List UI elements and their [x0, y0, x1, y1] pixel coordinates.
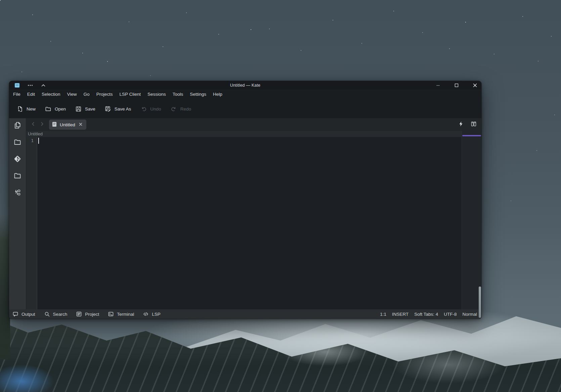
stars — [0, 0, 1, 1]
redo-button: Redo — [167, 103, 195, 115]
menu-help[interactable]: Help — [210, 89, 226, 99]
terminal-icon — [108, 311, 114, 317]
window-controls — [435, 82, 481, 88]
status-cursor-position[interactable]: 1:1 — [380, 312, 386, 317]
sidebar-item-documents[interactable] — [12, 120, 23, 132]
kate-window: Untitled — Kate File Edit Selection View… — [9, 81, 481, 319]
save-button[interactable]: Save — [72, 103, 99, 115]
save-button-label: Save — [85, 106, 95, 112]
lsp-toggle-button[interactable]: LSP — [143, 311, 161, 317]
save-as-icon — [105, 106, 111, 112]
search-toggle-button[interactable]: Search — [44, 311, 68, 317]
text-cursor — [38, 138, 39, 144]
tab-untitled[interactable]: Untitled — [49, 120, 86, 130]
overflow-menu-icon[interactable] — [27, 82, 33, 88]
text-area[interactable] — [37, 137, 462, 309]
document-icon — [52, 122, 57, 128]
folder-icon — [13, 138, 21, 147]
menu-sessions[interactable]: Sessions — [144, 89, 169, 99]
project-label: Project — [85, 312, 99, 317]
tab-bar: Untitled — [26, 118, 481, 131]
tab-bar-right-group — [458, 121, 481, 128]
undo-button: Undo — [137, 103, 165, 115]
scrollbar-position-indicator[interactable] — [462, 135, 481, 136]
output-toggle-button[interactable]: Output — [12, 311, 35, 317]
status-input-mode[interactable]: INSERT — [392, 312, 408, 317]
save-as-button[interactable]: Save As — [101, 103, 135, 115]
chevron-left-icon — [31, 121, 36, 128]
document-name-header: Untitled — [26, 131, 462, 137]
editor-body: 1 — [26, 137, 462, 309]
terminal-toggle-button[interactable]: Terminal — [108, 311, 134, 317]
menu-lsp-client[interactable]: LSP Client — [116, 89, 144, 99]
tab-label: Untitled — [60, 122, 75, 127]
status-bar-right-group: 1:1 INSERT Soft Tabs: 4 UTF-8 Normal — [380, 312, 477, 317]
content-area: Untitled Untitled — [26, 118, 481, 309]
tab-scroll-left-button[interactable] — [29, 120, 38, 130]
chevron-up-icon[interactable] — [40, 82, 46, 88]
save-icon — [75, 106, 82, 112]
chevron-right-icon — [39, 121, 45, 128]
tab-scroll-right-button[interactable] — [38, 120, 46, 130]
editor: Untitled 1 — [26, 131, 481, 309]
folder-icon — [13, 172, 21, 181]
toolbar: New Open Save Save As Undo — [9, 99, 481, 118]
minimize-button[interactable] — [435, 82, 441, 88]
editor-left: Untitled 1 — [26, 131, 462, 309]
code-icon — [143, 311, 149, 317]
split-view-icon — [471, 122, 477, 128]
status-bar: Output Search Project Terminal LSP 1:1 I… — [9, 309, 481, 319]
output-label: Output — [21, 312, 35, 317]
right-edge-scrollbar-thumb[interactable] — [479, 287, 481, 318]
menu-tools[interactable]: Tools — [169, 89, 187, 99]
new-button-label: New — [27, 106, 36, 112]
sidebar — [9, 118, 26, 309]
new-button[interactable]: New — [13, 103, 39, 115]
scrollbar-minimap[interactable] — [462, 131, 481, 309]
lightning-icon — [458, 122, 464, 128]
menu-view[interactable]: View — [64, 89, 80, 99]
main-area: Untitled Untitled — [9, 118, 481, 309]
status-highlight-mode[interactable]: Normal — [462, 312, 477, 317]
search-label: Search — [53, 312, 68, 317]
open-folder-icon — [45, 106, 51, 112]
sidebar-item-filesystem[interactable] — [12, 137, 23, 148]
sidebar-item-git[interactable] — [12, 154, 23, 165]
menu-projects[interactable]: Projects — [93, 89, 116, 99]
menu-edit[interactable]: Edit — [24, 89, 38, 99]
menu-go[interactable]: Go — [80, 89, 93, 99]
redo-button-label: Redo — [180, 106, 191, 112]
split-view-button[interactable] — [471, 121, 477, 128]
line-number: 1 — [31, 138, 34, 143]
project-toggle-button[interactable]: Project — [76, 311, 99, 317]
quick-open-button[interactable] — [458, 121, 464, 128]
new-document-icon — [17, 106, 23, 112]
menu-settings[interactable]: Settings — [186, 89, 210, 99]
window-title: Untitled — Kate — [9, 83, 481, 88]
sidebar-item-projects[interactable] — [12, 171, 23, 182]
output-icon — [12, 311, 18, 317]
line-number-gutter: 1 — [26, 137, 37, 309]
sidebar-item-external-tools[interactable] — [12, 187, 23, 199]
treeline-left — [0, 215, 10, 359]
search-icon — [44, 311, 50, 317]
git-icon — [13, 155, 22, 165]
lsp-label: LSP — [152, 312, 161, 317]
terminal-label: Terminal — [117, 312, 134, 317]
status-tab-mode[interactable]: Soft Tabs: 4 — [414, 312, 438, 317]
open-button-label: Open — [55, 106, 66, 112]
close-button[interactable] — [472, 82, 478, 88]
undo-button-label: Undo — [150, 106, 161, 112]
external-tools-icon — [13, 188, 21, 198]
menu-selection[interactable]: Selection — [38, 89, 64, 99]
titlebar[interactable]: Untitled — Kate — [9, 81, 481, 89]
documents-icon — [13, 121, 22, 131]
undo-icon — [140, 106, 147, 112]
status-encoding[interactable]: UTF-8 — [444, 312, 457, 317]
open-button[interactable]: Open — [41, 103, 70, 115]
save-as-button-label: Save As — [115, 106, 131, 112]
menu-bar: File Edit Selection View Go Projects LSP… — [9, 89, 481, 99]
maximize-button[interactable] — [454, 82, 460, 88]
tab-close-button[interactable] — [78, 122, 83, 128]
menu-file[interactable]: File — [10, 89, 24, 99]
